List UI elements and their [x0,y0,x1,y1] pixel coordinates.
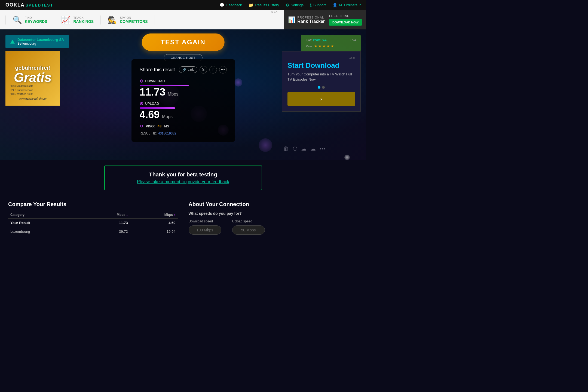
more-cloud-icon[interactable]: ••• [320,146,325,152]
result-id-value[interactable]: 4318019382 [158,131,176,135]
ad-rank-tracker: Rank Tracker [298,19,325,24]
col-category: Category [8,211,82,219]
ping-result: ↻ PING: 43 MS [140,124,227,129]
nav-feedback-label: Feedback [226,3,242,7]
ping-unit: MS [164,124,169,128]
logo-speedtest: SPEEDTEST [26,3,53,7]
chart-icon: 📈 [61,16,71,24]
nav-settings[interactable]: ⚙ Settings [286,3,304,8]
share-more-button[interactable]: ••• [219,66,227,74]
user-icon: 👤 [332,3,338,8]
row-category-1: Your Result [8,219,82,227]
test-again-container: TEST AGAIN CHANGE HOST [142,33,224,61]
right-ad-button[interactable]: › [287,92,355,106]
row-download-2: 39.72 [82,227,130,236]
download-now-button[interactable]: DOWNLOAD NOW [329,19,362,26]
nav-user-label: M_Ordinateur [339,3,361,7]
upload-label: UPLOAD [145,102,159,106]
onedrive-icon[interactable]: ☁ [301,145,307,152]
share-link-label: Link [188,68,194,72]
feedback-link[interactable]: Please take a moment to provide your fee… [110,179,256,184]
ad-right[interactable]: 📊 PROFESSIONAL Rank Tracker FREE TRIAL D… [284,10,366,29]
upload-speed-item: Upload speed [232,219,265,235]
ad-find-keywords[interactable]: 🔍 FIND KEYWORDS [5,16,54,24]
datacenter-location: Bettembourg [17,42,64,45]
upload-unit: Mbps [162,114,173,119]
share-twitter-button[interactable]: 𝕏 [200,66,207,74]
logo-ookla: OOKLA [5,2,24,8]
left-ad[interactable]: AD ✕ gebührenfrei! Gratis • kein Mindest… [5,51,60,106]
isp-ipv4: IPv4 [350,38,356,42]
isp-rate-label: Rate: [306,45,313,48]
nav-user[interactable]: 👤 M_Ordinateur [332,3,361,8]
dropbox-icon[interactable]: ⬡ [293,145,297,152]
cloud-icons: 🗑 ⬡ ☁ ☁ ••• [283,145,325,152]
datacenter-name: Datacenter Luxembourg SA [17,38,64,42]
share-link-button[interactable]: 🔗 Link [179,66,197,73]
nav-results-label: Results History [255,3,279,7]
ad-find-bottom: KEYWORDS [25,19,47,24]
datacenter-bar[interactable]: Datacenter Luxembourg SA Bettembourg [5,35,69,48]
left-ad-url: www.gebuhrenfrei.com [19,97,47,100]
compare-section: Compare Your Results Category Mbps ↓ Mbp… [8,198,358,236]
right-ad[interactable]: AD ✕ Start Download Turn Your Computer i… [282,51,361,112]
dot-2 [322,86,325,89]
result-id-label: RESULT ID: [140,131,157,135]
share-title: Share this result [140,67,175,73]
download-speed-label: Download speed [189,219,221,223]
feedback-box: Thank you for beta testing Please take a… [104,166,262,190]
ad-spy-competitors[interactable]: 🕵 SPY ON COMPETITORS [101,16,155,24]
compare-table-body: Your Result 11.73 4.69 Luxembourg 39.72 … [8,219,178,236]
chevron-right-icon: › [320,96,322,102]
icloud-icon[interactable]: ☁ [310,145,316,152]
ad-track-rankings[interactable]: 📈 TRACK RANKINGS [54,16,101,24]
upload-speed-input[interactable] [232,225,265,235]
download-icon: ⊙ [140,78,143,84]
row-category-2: Luxembourg [8,227,82,236]
ad-spy-top: SPY ON [120,16,148,19]
col-download: Mbps ↓ [82,211,130,219]
trash-icon[interactable]: 🗑 [283,146,289,152]
left-ad-subtitle: Gratis [14,71,52,84]
isp-bar: ISP: root SA IPv4 Rate: ★★★★★ [301,35,361,51]
upload-speed-label: Upload speed [232,219,265,223]
chat-icon: 💬 [219,3,225,8]
header: OOKLA SPEEDTEST 💬 Feedback 📁 Results His… [0,0,366,10]
col-upload: Mbps ↑ [130,211,178,219]
compare-left: Compare Your Results Category Mbps ↓ Mbp… [8,201,178,236]
spy-icon: 🕵 [108,16,117,24]
right-ad-body: Turn Your Computer into a TV Watch Full … [287,72,355,82]
row-download-1: 11.73 [82,219,130,227]
arrow-down-icon: ↓ [126,213,128,217]
compare-title: Compare Your Results [8,201,178,207]
nav-feedback[interactable]: 💬 Feedback [219,3,242,8]
bullet-2: • 24 h Kundenservice [10,88,60,92]
download-unit: Mbps [168,92,178,96]
rank-tracker-icon: 📊 [288,16,295,23]
download-result: ⊙ DOWNLOAD 11.73 Mbps [140,78,227,97]
ad-close-button[interactable]: ✕ AD [271,11,277,14]
nav-support-label: Support [313,3,326,7]
carousel-dots [287,86,355,89]
nav-support[interactable]: ℹ Support [310,3,326,8]
ad-banner: 🔍 FIND KEYWORDS 📈 TRACK RANKINGS 🕵 SPY O… [0,10,366,29]
ad-professional: PROFESSIONAL [298,16,325,19]
test-again-button[interactable]: TEST AGAIN [142,33,224,51]
row-upload-1: 4.69 [130,219,178,227]
bullet-3: • bis 7 Wochen Kredit [10,92,60,96]
isp-name: root SA [313,38,327,42]
gear-icon: ⚙ [286,3,289,8]
download-label: DOWNLOAD [145,79,165,83]
upload-icon: ⊙ [140,101,143,106]
header-nav: 💬 Feedback 📁 Results History ⚙ Settings … [219,3,361,8]
datacenter-triangle-icon [10,40,15,44]
left-ad-badge: AD ✕ [7,52,12,55]
ad-track-top: TRACK [73,16,94,19]
ad-spy-bottom: COMPETITORS [120,19,148,24]
ad-left: 🔍 FIND KEYWORDS 📈 TRACK RANKINGS 🕵 SPY O… [0,10,284,29]
ping-icon: ↻ [140,124,143,129]
table-row: Luxembourg 39.72 19.94 [8,227,178,236]
nav-results-history[interactable]: 📁 Results History [249,3,279,8]
share-facebook-button[interactable]: f [209,66,217,74]
download-speed-input[interactable] [189,225,221,235]
